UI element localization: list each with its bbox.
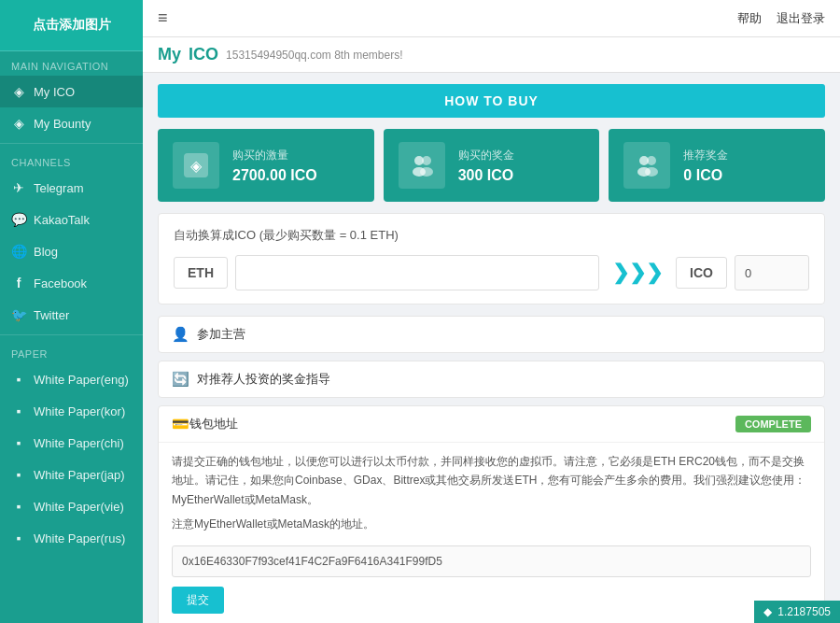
sidebar-item-twitter-label: Twitter — [34, 308, 69, 322]
sidebar-logo[interactable]: 点击添加图片 — [0, 0, 143, 51]
paper-chi-icon: ▪ — [11, 435, 26, 450]
blog-icon: 🌐 — [11, 244, 26, 259]
exchange-arrow-icon: ❯❯❯ — [607, 261, 668, 285]
svg-text:◈: ◈ — [190, 158, 203, 174]
page-title-my: My — [158, 45, 181, 64]
purchased-ico-value: 2700.00 ICO — [232, 167, 317, 184]
stats-row: ◈ 购买的激量 2700.00 ICO — [158, 129, 825, 202]
sidebar-item-blog[interactable]: 🌐 Blog — [0, 235, 143, 267]
exchange-title: 自动换算成ICO (最少购买数量 = 0.1 ETH) — [174, 227, 809, 244]
referral-guide-icon: 🔄 — [172, 371, 189, 388]
sidebar-item-blog-label: Blog — [34, 245, 58, 259]
sidebar-item-white-paper-vie[interactable]: ▪ White Paper(vie) — [0, 490, 143, 522]
purchased-reward-icon — [399, 142, 445, 189]
help-link[interactable]: 帮助 — [737, 10, 762, 27]
svg-point-7 — [647, 156, 656, 165]
topbar: ≡ 帮助 退出登录 — [143, 0, 840, 37]
my-ico-icon: ◈ — [11, 84, 26, 99]
wallet-note: 注意MyEtherWallet或MetaMask的地址。 — [172, 515, 811, 533]
eth-input[interactable] — [235, 255, 599, 290]
purchased-ico-icon: ◈ — [173, 142, 219, 189]
facebook-icon: f — [11, 276, 26, 290]
ico-badge: ICO — [676, 257, 727, 289]
wallet-description: 请提交正确的钱包地址，以便您可以进行以太币付款，并同样接收您的虚拟币。请注意，它… — [172, 452, 811, 509]
sidebar-item-facebook-label: Facebook — [34, 276, 87, 290]
how-to-buy-button[interactable]: HOW TO BUY — [158, 84, 825, 118]
channels-section-label: Channels — [0, 148, 143, 172]
sidebar-item-kakaotalk[interactable]: 💬 KakaoTalk — [0, 204, 143, 235]
stat-card-purchased-ico: ◈ 购买的激量 2700.00 ICO — [158, 129, 374, 202]
topbar-left: ≡ — [158, 8, 168, 28]
twitter-icon: 🐦 — [11, 307, 26, 322]
nav-section-label: Main Navigation — [0, 51, 143, 76]
sidebar-item-twitter[interactable]: 🐦 Twitter — [0, 299, 143, 331]
paper-rus-icon: ▪ — [11, 531, 26, 545]
exchange-row: ETH ❯❯❯ ICO — [174, 255, 809, 290]
sidebar-item-telegram[interactable]: ✈ Telegram — [0, 172, 143, 204]
sidebar-item-my-bounty-label: My Bounty — [34, 117, 91, 131]
ico-output — [735, 255, 809, 290]
topbar-right: 帮助 退出登录 — [737, 10, 825, 27]
stat-card-purchased-reward: 购买的奖金 300 ICO — [384, 129, 600, 202]
join-main-panel: 👤 参加主营 — [158, 316, 825, 353]
referral-reward-label: 推荐奖金 — [683, 148, 728, 163]
sidebar-item-white-paper-vie-label: White Paper(vie) — [34, 500, 124, 514]
sidebar: 点击添加图片 Main Navigation ◈ My ICO ◈ My Bou… — [0, 0, 143, 623]
hamburger-menu-icon[interactable]: ≡ — [158, 8, 168, 28]
referral-reward-value: 0 ICO — [683, 167, 728, 184]
sidebar-item-kakaotalk-label: KakaoTalk — [34, 213, 90, 227]
wallet-header[interactable]: 💳 钱包地址 COMPLETE — [159, 406, 824, 442]
content-area: HOW TO BUY ◈ 购买的激量 2700.00 ICO — [143, 73, 840, 623]
sidebar-item-white-paper-eng[interactable]: ▪ White Paper(eng) — [0, 363, 143, 395]
main-content: ≡ 帮助 退出登录 My ICO 15315494950qq.com 8th m… — [143, 0, 840, 623]
complete-badge: COMPLETE — [735, 416, 811, 432]
sidebar-item-white-paper-kor-label: White Paper(kor) — [34, 404, 125, 418]
logout-link[interactable]: 退出登录 — [777, 10, 825, 27]
join-main-icon: 👤 — [172, 326, 189, 343]
paper-section-label: Paper — [0, 339, 143, 363]
wallet-title: 钱包地址 — [189, 416, 238, 432]
stat-card-referral-reward: 推荐奖金 0 ICO — [609, 129, 825, 202]
sidebar-item-telegram-label: Telegram — [34, 181, 83, 195]
svg-point-5 — [420, 167, 433, 177]
paper-vie-icon: ▪ — [11, 499, 26, 514]
sidebar-item-white-paper-jap[interactable]: ▪ White Paper(jap) — [0, 459, 143, 490]
balance-value: 1.2187505 — [777, 605, 831, 618]
exchange-section: 自动换算成ICO (最少购买数量 = 0.1 ETH) ETH ❯❯❯ ICO — [158, 213, 825, 304]
sidebar-item-white-paper-rus[interactable]: ▪ White Paper(rus) — [0, 522, 143, 554]
telegram-icon: ✈ — [11, 180, 26, 195]
paper-eng-icon: ▪ — [11, 372, 26, 387]
my-bounty-icon: ◈ — [11, 116, 26, 131]
paper-jap-icon: ▪ — [11, 467, 26, 482]
referral-reward-icon — [623, 142, 670, 189]
page-title-ico: ICO — [189, 45, 218, 64]
wallet-header-row: 💳 钱包地址 COMPLETE — [172, 416, 811, 432]
sidebar-item-white-paper-kor[interactable]: ▪ White Paper(kor) — [0, 395, 143, 427]
sidebar-item-facebook[interactable]: f Facebook — [0, 267, 143, 299]
balance-badge: ◆ 1.2187505 — [754, 601, 840, 623]
sidebar-item-white-paper-eng-label: White Paper(eng) — [34, 373, 129, 387]
wallet-panel: 💳 钱包地址 COMPLETE 请提交正确的钱包地址，以便您可以进行以太币付款，… — [158, 405, 825, 623]
purchased-reward-value: 300 ICO — [458, 167, 514, 184]
kakaotalk-icon: 💬 — [11, 212, 26, 227]
referral-guide-header[interactable]: 🔄 对推荐人投资的奖金指导 — [159, 361, 824, 397]
sidebar-item-white-paper-chi[interactable]: ▪ White Paper(chi) — [0, 427, 143, 459]
sidebar-item-white-paper-rus-label: White Paper(rus) — [34, 531, 125, 545]
page-subtitle: 15315494950qq.com 8th members! — [226, 49, 402, 62]
paper-kor-icon: ▪ — [11, 404, 26, 418]
wallet-body: 请提交正确的钱包地址，以便您可以进行以太币付款，并同样接收您的虚拟币。请注意，它… — [159, 442, 824, 623]
sidebar-item-white-paper-chi-label: White Paper(chi) — [34, 436, 124, 450]
sidebar-item-my-ico-label: My ICO — [34, 85, 75, 99]
stat-card-purchased-reward-info: 购买的奖金 300 ICO — [458, 148, 514, 184]
sidebar-item-my-bounty[interactable]: ◈ My Bounty — [0, 107, 143, 139]
purchased-ico-label: 购买的激量 — [232, 148, 317, 163]
balance-icon: ◆ — [763, 605, 772, 618]
sidebar-item-white-paper-jap-label: White Paper(jap) — [34, 468, 125, 482]
stat-card-purchased-ico-info: 购买的激量 2700.00 ICO — [232, 148, 317, 184]
wallet-address-input[interactable] — [172, 545, 811, 577]
wallet-submit-button[interactable]: 提交 — [172, 587, 224, 614]
join-main-header[interactable]: 👤 参加主营 — [159, 317, 824, 352]
page-header: My ICO 15315494950qq.com 8th members! — [143, 37, 840, 73]
svg-point-9 — [645, 167, 658, 177]
sidebar-item-my-ico[interactable]: ◈ My ICO — [0, 76, 143, 107]
